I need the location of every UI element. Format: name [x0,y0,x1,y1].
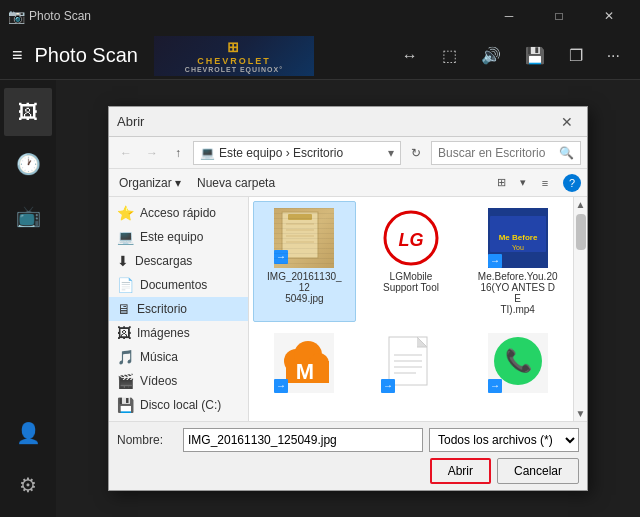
desktop-icon: 🖥 [117,301,131,317]
view-controls: ⊞ ▾ ≡ [491,173,555,193]
star-icon: ⭐ [117,205,134,221]
copy-icon[interactable]: ❐ [561,42,591,69]
computer-icon: 💻 [200,146,215,160]
dialog-close-button[interactable]: ✕ [555,110,579,134]
nav-item-downloads[interactable]: ⬇ Descargas [109,249,248,273]
breadcrumb-bar: ← → ↑ 💻 Este equipo › Escritorio ▾ ↻ 🔍 [109,137,587,169]
sidebar-item-gallery[interactable]: 🖼 [4,88,52,136]
filename-row: Nombre: Todos los archivos (*) [117,428,579,452]
nav-item-music[interactable]: 🎵 Música [109,345,248,369]
svg-text:M: M [296,359,314,384]
music-icon: 🎵 [117,349,134,365]
files-pane: → IMG_20161130_125049.jpg [249,197,573,421]
file-item-doc[interactable]: → [360,326,463,416]
filename-label: Nombre: [117,433,177,447]
scroll-up-arrow[interactable]: ▲ [576,197,586,212]
doc-thumb-svg: → [381,333,441,393]
filetype-select[interactable]: Todos los archivos (*) [429,428,579,452]
title-bar: 📷 Photo Scan ─ □ ✕ [0,0,640,32]
forward-button[interactable]: → [141,142,163,164]
computer-nav-icon: 💻 [117,229,134,245]
crop-icon[interactable]: ⬚ [434,42,465,69]
file-item-mapp[interactable]: M → [253,326,356,416]
chevrolet-ad: ⊞ CHEVROLET CHEVROLET EQUINOX° [154,36,314,76]
scroll-down-arrow[interactable]: ▼ [574,406,587,421]
dialog-bottom: Nombre: Todos los archivos (*) Abrir Can… [109,421,587,490]
svg-text:→: → [490,255,500,266]
files-grid: → IMG_20161130_125049.jpg [253,201,569,416]
brand-model: CHEVROLET EQUINOX° [185,66,283,73]
new-folder-button[interactable]: Nueva carpeta [193,174,279,192]
jpg-thumbnail: → [274,208,334,268]
nav-item-computer[interactable]: 💻 Este equipo [109,225,248,249]
sidebar: 🖼 🕐 📺 👤 ⚙ [0,80,56,517]
up-button[interactable]: ↑ [167,142,189,164]
svg-text:→: → [490,380,500,391]
nav-item-documents[interactable]: 📄 Documentos [109,273,248,297]
cancel-button[interactable]: Cancelar [497,458,579,484]
sidebar-item-history[interactable]: 🕐 [4,140,52,188]
mapp-thumbnail: M → [274,333,334,393]
title-bar-controls: ─ □ ✕ [486,0,632,32]
view-dropdown[interactable]: ▾ [513,173,533,193]
files-scrollbar[interactable]: ▲ ▼ [573,197,587,421]
close-button[interactable]: ✕ [586,0,632,32]
file-item-video[interactable]: Me Before You → Me.Before.You.2016(YO AN… [466,201,569,322]
lg-filename: LGMobileSupport Tool [383,271,439,293]
downloads-icon: ⬇ [117,253,129,269]
volume-icon[interactable]: 🔊 [473,42,509,69]
search-bar: 🔍 [431,141,581,165]
svg-text:→: → [383,380,393,391]
nav-pane: ⭐ Acceso rápido 💻 Este equipo ⬇ Descarga… [109,197,249,421]
nav-item-videos[interactable]: 🎬 Vídeos [109,369,248,393]
brand-name: CHEVROLET [197,56,271,66]
refresh-button[interactable]: ↻ [405,142,427,164]
svg-text:LG: LG [398,230,423,250]
video-thumb-svg: Me Before You → [488,208,548,268]
whatsapp-thumbnail: 📞 → [488,333,548,393]
file-item-whatsapp[interactable]: 📞 → [466,326,569,416]
jpg-filename: IMG_20161130_125049.jpg [264,271,344,304]
svg-text:Me Before: Me Before [498,233,537,242]
organize-button[interactable]: Organizar ▾ [115,174,185,192]
transfer-icon[interactable]: ↔ [394,43,426,69]
maximize-button[interactable]: □ [536,0,582,32]
sidebar-item-display[interactable]: 📺 [4,192,52,240]
nav-item-images[interactable]: 🖼 Imágenes [109,321,248,345]
video-filename: Me.Before.You.2016(YO ANTES DETI).mp4 [478,271,558,315]
lg-thumbnail: LG [381,208,441,268]
svg-text:→: → [276,380,286,391]
app-icon: 📷 [8,8,25,24]
nav-item-quick-access[interactable]: ⭐ Acceso rápido [109,201,248,225]
nav-item-drive[interactable]: 💾 Disco local (C:) [109,393,248,417]
save-icon[interactable]: 💾 [517,42,553,69]
drive-icon: 💾 [117,397,134,413]
hamburger-menu[interactable]: ≡ [12,45,23,66]
videos-icon: 🎬 [117,373,134,389]
details-view-button[interactable]: ≡ [535,173,555,193]
sidebar-item-account[interactable]: 👤 [4,409,52,457]
dialog-body: ⭐ Acceso rápido 💻 Este equipo ⬇ Descarga… [109,197,587,421]
wa-thumb-svg: 📞 → [488,333,548,393]
scroll-thumb[interactable] [576,214,586,250]
minimize-button[interactable]: ─ [486,0,532,32]
images-icon: 🖼 [117,325,131,341]
svg-text:You: You [512,244,524,251]
video-thumbnail: Me Before You → [488,208,548,268]
sidebar-item-settings[interactable]: ⚙ [4,461,52,509]
file-item-lg[interactable]: LG LGMobileSupport Tool [360,201,463,322]
breadcrumb-path[interactable]: 💻 Este equipo › Escritorio ▾ [193,141,401,165]
app-bar: ≡ Photo Scan ⊞ CHEVROLET CHEVROLET EQUIN… [0,32,640,80]
filename-input[interactable] [183,428,423,452]
nav-item-desktop[interactable]: 🖥 Escritorio [109,297,248,321]
dropdown-arrow: ▾ [388,146,394,160]
file-item-jpg[interactable]: → IMG_20161130_125049.jpg [253,201,356,322]
mapp-thumb-svg: M → [274,333,334,393]
dialog-toolbar: Organizar ▾ Nueva carpeta ⊞ ▾ ≡ ? [109,169,587,197]
more-icon[interactable]: ··· [599,43,628,69]
open-button[interactable]: Abrir [430,458,491,484]
search-input[interactable] [438,146,555,160]
help-button[interactable]: ? [563,174,581,192]
back-button[interactable]: ← [115,142,137,164]
grid-view-button[interactable]: ⊞ [491,173,511,193]
